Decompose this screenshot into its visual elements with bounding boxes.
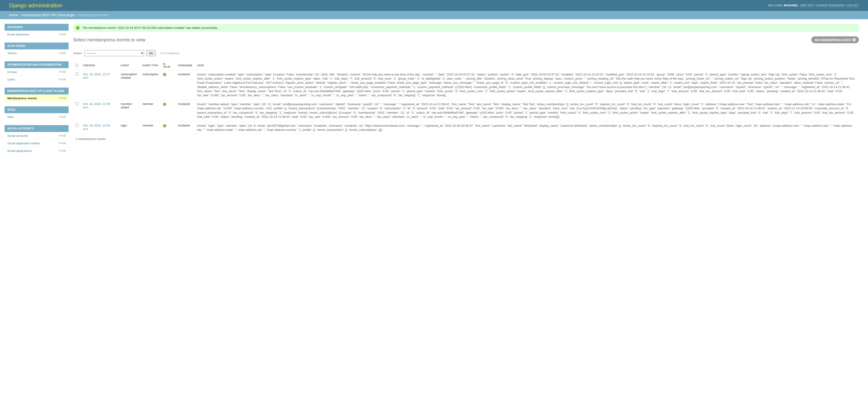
model-link[interactable]: Email addresses: [7, 33, 29, 36]
site-title: Django administration: [9, 2, 62, 9]
table-row: Oct. 18, 2022, 12:26 a.m.member-addedmem…: [73, 100, 859, 121]
add-memberpress-events-button[interactable]: ADD MEMBERPRESS EVENTS: [811, 36, 859, 43]
row-checkbox[interactable]: [75, 72, 79, 75]
plus-icon: +: [59, 141, 60, 145]
sidebar-item: Sites+ Add: [5, 113, 69, 121]
plus-icon: +: [59, 51, 60, 55]
app-header[interactable]: SOCIAL ACCOUNTS: [5, 125, 69, 132]
plus-icon: [852, 38, 856, 41]
sidebar: ACCOUNTSEmail addresses+ AddAUTH TOKENTo…: [0, 19, 69, 163]
model-link[interactable]: Memberpress events: [7, 96, 37, 100]
plus-icon: +: [59, 32, 60, 36]
header-username: MCDANIEL: [784, 4, 798, 7]
add-link[interactable]: + Add: [59, 51, 66, 55]
sidebar-item: Social applications+ Add: [5, 147, 69, 154]
add-link[interactable]: + Add: [59, 78, 66, 81]
col-event[interactable]: EVENT: [119, 61, 140, 70]
model-link[interactable]: Social accounts: [7, 134, 28, 138]
content: The memberpress events "2022-10-18 00:27…: [69, 19, 868, 163]
go-button[interactable]: Go: [146, 50, 156, 56]
col-json[interactable]: JSON: [194, 61, 859, 70]
sidebar-item: Users+ Add: [5, 76, 69, 83]
col-username[interactable]: USERNAME: [176, 61, 194, 70]
app-header[interactable]: AUTH TOKEN: [5, 42, 69, 50]
table-row: Oct. 18, 2022, 12:20 a.m.loginmember✓mcd…: [73, 121, 859, 134]
add-link[interactable]: + Add: [59, 115, 66, 119]
user-links: WELCOME, MCDANIEL. VIEW SITE / CHANGE PA…: [768, 4, 859, 7]
event-cell: login: [119, 121, 140, 134]
username-cell: mcdaniel: [176, 70, 194, 100]
col-created[interactable]: CREATED: [81, 61, 119, 70]
event-type-cell: member: [140, 121, 161, 134]
plus-icon: +: [59, 134, 60, 138]
success-message: The memberpress events "2022-10-18 00:27…: [73, 24, 859, 32]
add-link[interactable]: + Add: [59, 96, 66, 100]
plus-icon: +: [59, 70, 60, 73]
col-is-valid[interactable]: IS VALID: [161, 61, 176, 70]
json-cell: {'event': 'login', 'type': 'member', 'da…: [194, 121, 859, 134]
add-link[interactable]: + Add: [59, 149, 66, 153]
valid-icon: ✓: [163, 73, 166, 76]
plus-icon: +: [59, 96, 60, 100]
logout-link[interactable]: LOG OUT: [846, 4, 859, 7]
username-cell: mcdaniel: [176, 100, 194, 121]
col-event-type[interactable]: EVENT TYPE: [140, 61, 161, 70]
event-type-cell: member: [140, 100, 161, 121]
view-site-link[interactable]: VIEW SITE: [800, 4, 813, 7]
sidebar-item: Social accounts+ Add: [5, 132, 69, 140]
breadcrumb-app[interactable]: memberpress REST API Client plugin: [22, 13, 75, 17]
json-cell: {'event': 'member-added', 'type': 'membe…: [194, 100, 859, 121]
plus-icon: +: [59, 149, 60, 153]
sidebar-item: Tokens+ Add: [5, 50, 69, 57]
app-header[interactable]: ACCOUNTS: [5, 24, 69, 31]
select-all-checkbox[interactable]: [75, 64, 79, 67]
action-select[interactable]: ---------: [85, 50, 144, 56]
model-link[interactable]: Tokens: [7, 52, 17, 55]
add-link[interactable]: + Add: [59, 70, 66, 73]
username-cell: mcdaniel: [176, 121, 194, 134]
plus-icon: +: [59, 78, 60, 81]
model-link[interactable]: Sites: [7, 115, 14, 119]
valid-icon: ✓: [163, 124, 166, 127]
selection-count: 0 of 3 selected: [160, 52, 179, 55]
add-link[interactable]: + Add: [59, 134, 66, 138]
row-checkbox[interactable]: [75, 124, 79, 127]
model-link[interactable]: Social applications: [7, 149, 32, 153]
event-cell: subscription-created: [119, 70, 140, 100]
event-type-cell: subscription: [140, 70, 161, 100]
header: Django administration WELCOME, MCDANIEL.…: [0, 0, 868, 11]
sidebar-item: Social application tokens+ Add: [5, 140, 69, 147]
add-link[interactable]: + Add: [59, 141, 66, 145]
action-label: Action:: [73, 52, 82, 55]
json-cell: {'event': 'subscription-created', 'type'…: [194, 70, 859, 100]
model-link[interactable]: Users: [7, 78, 15, 81]
breadcrumb-home[interactable]: Home: [9, 13, 18, 17]
breadcrumb: Home› memberpress REST API Client plugin…: [0, 11, 868, 19]
results-table: CREATED EVENT EVENT TYPE IS VALID USERNA…: [73, 61, 859, 134]
valid-icon: ✓: [163, 103, 166, 106]
app-header[interactable]: MEMBERPRESS REST API CLIENT PLUGIN: [5, 88, 69, 94]
app-header[interactable]: SITES: [5, 106, 69, 113]
sidebar-item: Groups+ Add: [5, 68, 69, 76]
created-link[interactable]: Oct. 18, 2022, 12:26 a.m.: [83, 102, 110, 109]
created-link[interactable]: Oct. 18, 2022, 12:27 a.m.: [83, 72, 110, 79]
event-cell: member-added: [119, 100, 140, 121]
sidebar-item: Memberpress events+ Add: [5, 94, 69, 102]
created-link[interactable]: Oct. 18, 2022, 12:20 a.m.: [83, 124, 110, 130]
app-header[interactable]: AUTHENTICATION AND AUTHORIZATION: [5, 61, 69, 68]
paginator: 3 memberpress events: [73, 134, 859, 143]
model-link[interactable]: Social application tokens: [7, 142, 40, 145]
add-link[interactable]: + Add: [59, 32, 66, 36]
sidebar-item: Email addresses+ Add: [5, 31, 69, 38]
breadcrumb-current: Memberpress events: [79, 13, 108, 17]
page-title: Select memberpress events to view: [73, 37, 146, 42]
change-password-link[interactable]: CHANGE PASSWORD: [816, 4, 844, 7]
plus-icon: +: [59, 115, 60, 119]
table-row: Oct. 18, 2022, 12:27 a.m.subscription-cr…: [73, 70, 859, 100]
row-checkbox[interactable]: [75, 102, 79, 105]
action-bar: Action: --------- Go 0 of 3 selected: [73, 48, 859, 59]
model-link[interactable]: Groups: [7, 70, 17, 73]
